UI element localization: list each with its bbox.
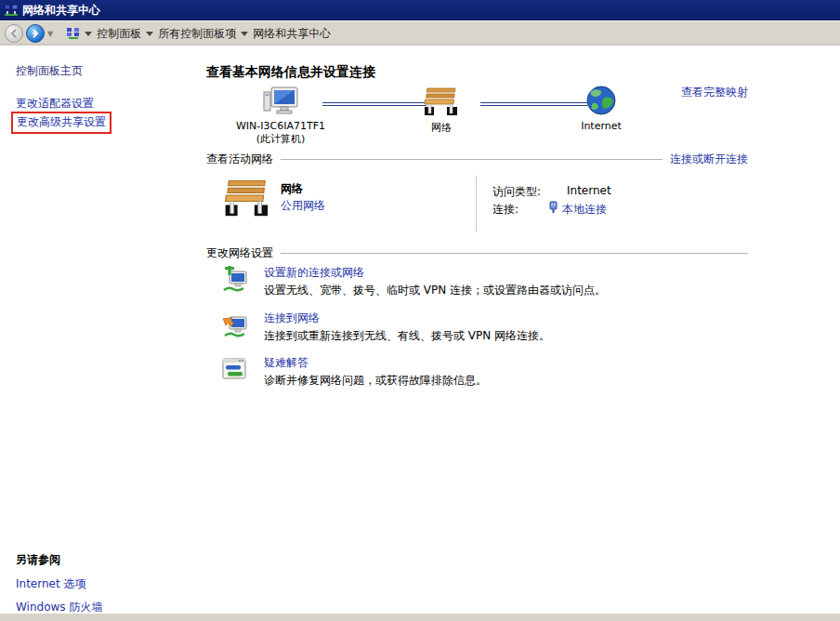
page-title: 查看基本网络信息并设置连接 <box>206 64 375 81</box>
breadcrumb-item-control-panel[interactable]: 控制面板 <box>97 26 141 42</box>
bench-network-icon-large <box>223 178 271 223</box>
chevron-down-icon[interactable] <box>146 32 153 36</box>
see-also-section: 另请参阅 Internet 选项 Windows 防火墙 <box>16 552 102 621</box>
network-settings-section-header: 更改网络设置 <box>206 245 748 261</box>
map-connection-line <box>322 102 427 106</box>
troubleshoot-icon <box>221 356 247 385</box>
view-full-map-link[interactable]: 查看完整映射 <box>681 85 748 100</box>
see-also-title: 另请参阅 <box>16 552 102 568</box>
connect-to-network-desc: 连接到或重新连接到无线、有线、拨号或 VPN 网络连接。 <box>264 329 742 343</box>
title-bar: 网络和共享中心 <box>0 0 840 20</box>
computer-icon <box>262 86 299 119</box>
bench-network-icon <box>423 86 460 121</box>
sidebar: 控制面板主页 更改适配器设置 更改高级共享设置 另请参阅 Internet 选项… <box>0 47 197 613</box>
main-pane: 查看基本网络信息并设置连接 查看完整映射 WIN-I3C6IA71TF1 (此计… <box>206 47 748 613</box>
access-type-value: Internet <box>567 184 611 197</box>
address-toolbar: ▼ 控制面板 所有控制面板项 网络和共享中心 <box>0 20 840 46</box>
computer-name-label: WIN-I3C6IA71TF1 <box>220 121 341 132</box>
window-title: 网络和共享中心 <box>22 3 100 19</box>
connections-label: 连接: <box>492 202 518 218</box>
connect-disconnect-link[interactable]: 连接或断开连接 <box>670 152 748 167</box>
sidebar-item-change-adapter-settings[interactable]: 更改适配器设置 <box>16 96 94 112</box>
connect-to-network-link[interactable]: 连接到网络 <box>264 310 320 326</box>
active-networks-title: 查看活动网络 <box>206 152 273 167</box>
task-troubleshoot: 疑难解答 诊断并修复网络问题，或获得故障排除信息。 <box>221 355 742 388</box>
map-node-network[interactable]: 网络 <box>413 86 469 134</box>
troubleshoot-desc: 诊断并修复网络问题，或获得故障排除信息。 <box>264 374 742 388</box>
access-type-label: 访问类型: <box>492 184 541 200</box>
network-window-icon <box>4 4 19 17</box>
forward-button[interactable] <box>26 24 45 43</box>
divider <box>476 176 477 231</box>
back-button[interactable] <box>5 24 23 43</box>
map-node-internet[interactable]: Internet <box>572 85 630 132</box>
divider <box>281 159 663 160</box>
computer-sub-label: (此计算机) <box>220 134 341 145</box>
setup-new-connection-desc: 设置无线、宽带、拨号、临时或 VPN 连接；或设置路由器或访问点。 <box>264 284 742 297</box>
window-content: 控制面板主页 更改适配器设置 更改高级共享设置 另请参阅 Internet 选项… <box>0 47 840 613</box>
new-connection-icon <box>221 266 249 297</box>
breadcrumb-item-all-items[interactable]: 所有控制面板项 <box>158 26 236 42</box>
divider <box>281 253 748 254</box>
connect-to-network-icon <box>221 311 249 342</box>
breadcrumb-network-icon[interactable] <box>67 28 80 40</box>
chevron-down-icon[interactable] <box>241 32 248 36</box>
globe-internet-icon <box>585 85 617 119</box>
breadcrumb: 控制面板 所有控制面板项 网络和共享中心 <box>59 26 331 42</box>
recent-pages-chevron-icon[interactable]: ▼ <box>47 30 53 38</box>
chevron-down-icon[interactable] <box>85 32 92 36</box>
see-also-internet-options-link[interactable]: Internet 选项 <box>16 576 102 592</box>
local-area-connection-link[interactable]: 本地连接 <box>562 202 607 218</box>
active-network-name: 网络 <box>281 181 303 197</box>
highlight-red-box: 更改高级共享设置 <box>11 112 112 134</box>
active-networks-section-header: 查看活动网络 连接或断开连接 <box>206 152 748 167</box>
setup-new-connection-link[interactable]: 设置新的连接或网络 <box>264 265 364 281</box>
map-connection-line <box>480 102 587 106</box>
sidebar-item-control-panel-home[interactable]: 控制面板主页 <box>16 63 83 79</box>
ethernet-connection-icon <box>548 201 558 216</box>
task-connect-to-network: 连接到网络 连接到或重新连接到无线、有线、拨号或 VPN 网络连接。 <box>221 310 742 343</box>
network-type-link[interactable]: 公用网络 <box>281 198 325 214</box>
map-network-label: 网络 <box>413 123 469 134</box>
network-settings-title: 更改网络设置 <box>206 245 273 261</box>
troubleshoot-link[interactable]: 疑难解答 <box>264 355 308 371</box>
map-internet-label: Internet <box>572 121 630 132</box>
task-new-connection: 设置新的连接或网络 设置无线、宽带、拨号、临时或 VPN 连接；或设置路由器或访… <box>221 265 742 297</box>
sidebar-item-change-advanced-sharing[interactable]: 更改高级共享设置 <box>17 115 106 128</box>
window-bottom-border <box>0 613 840 621</box>
map-node-computer[interactable]: WIN-I3C6IA71TF1 (此计算机) <box>220 86 341 145</box>
breadcrumb-item-network-sharing-center[interactable]: 网络和共享中心 <box>253 26 331 42</box>
